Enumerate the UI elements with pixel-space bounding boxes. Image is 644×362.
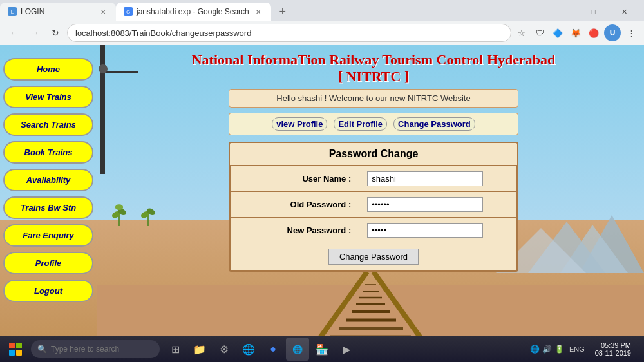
taskbar: 🔍 ⊞ 📁 ⚙ 🌐 ● 🌐 🏪 ▶ 🌐 🔊 🔋 ENG 05:39 PM 08-… (0, 336, 644, 362)
change-password-link[interactable]: Change Password (393, 117, 475, 131)
clock-date: 08-11-2019 (595, 349, 631, 357)
close-button[interactable]: ✕ (609, 3, 639, 21)
new-password-input-cell (359, 218, 517, 243)
volume-icon[interactable]: 🔊 (542, 345, 552, 354)
battery-icon[interactable]: 🔋 (554, 345, 564, 354)
reload-button[interactable]: ↻ (46, 24, 64, 42)
nav-bar: ← → ↻ ☆ 🛡 🔷 🦊 🔴 U ⋮ (0, 21, 644, 45)
old-password-input-cell (359, 192, 517, 218)
site-title: National InformaTion Railway Tourism Con… (192, 52, 556, 85)
back-button[interactable]: ← (5, 24, 23, 42)
windows-logo (9, 343, 22, 356)
taskbar-media[interactable]: ▶ (335, 338, 358, 361)
tab-close-google[interactable]: ✕ (253, 6, 263, 17)
sidebar-item-search-trains[interactable]: Search Trains (3, 113, 93, 136)
sidebar-item-availability[interactable]: Availability (3, 169, 93, 191)
form-table: User Name : Old Password : New Password … (230, 166, 517, 271)
sidebar-item-profile[interactable]: Profile (3, 252, 93, 274)
main-content: National InformaTion Railway Tourism Con… (103, 45, 644, 362)
taskbar-right: 🌐 🔊 🔋 ENG 05:39 PM 08-11-2019 (530, 341, 641, 357)
tab-label-google: janshatabdi exp - Google Search (137, 7, 249, 16)
maximize-button[interactable]: □ (578, 3, 608, 21)
taskbar-clock[interactable]: 05:39 PM 08-11-2019 (590, 341, 636, 357)
tab-google[interactable]: G janshatabdi exp - Google Search ✕ (116, 3, 271, 21)
profile-icon[interactable]: U (604, 24, 621, 41)
form-title: Password Change (230, 143, 517, 166)
edit-profile-link[interactable]: Edit Profile (334, 117, 387, 131)
new-password-input[interactable] (367, 223, 483, 238)
old-password-label: Old Password : (231, 192, 359, 218)
new-tab-button[interactable]: + (274, 3, 292, 21)
win-logo-yellow (16, 350, 22, 356)
username-row: User Name : (231, 166, 517, 192)
submit-button[interactable]: Change Password (328, 249, 419, 265)
page-content: Home View Trains Search Trains Book Trai… (0, 45, 644, 362)
network-icon[interactable]: 🌐 (530, 345, 540, 354)
action-bar: view Profile Edit Profile Change Passwor… (229, 113, 518, 135)
win-logo-red (9, 343, 15, 348)
welcome-text: Hello shashi ! Welcome to our new NITRTC… (276, 93, 470, 103)
taskbar-sys-icons: 🌐 🔊 🔋 ENG (530, 345, 587, 354)
tab-login[interactable]: L LOGIN ✕ (0, 3, 116, 21)
language-label: ENG (569, 345, 585, 353)
address-bar[interactable] (67, 24, 511, 42)
tab-label-login: LOGIN (21, 7, 44, 16)
tab-close-login[interactable]: ✕ (98, 6, 108, 17)
tab-bar: L LOGIN ✕ G janshatabdi exp - Google Sea… (0, 0, 644, 21)
browser-chrome: L LOGIN ✕ G janshatabdi exp - Google Sea… (0, 0, 644, 45)
start-button[interactable] (3, 339, 28, 359)
search-icon: 🔍 (37, 345, 47, 354)
username-input-cell (359, 166, 517, 192)
clock-time: 05:39 PM (601, 341, 631, 349)
minimize-button[interactable]: ─ (547, 3, 577, 21)
old-password-row: Old Password : (231, 192, 517, 218)
sidebar-item-fare-enquiry[interactable]: Fare Enquiry (3, 224, 93, 247)
welcome-bar: Hello shashi ! Welcome to our new NITRTC… (229, 89, 518, 108)
extension-icon2[interactable]: 🦊 (568, 25, 583, 41)
view-profile-link[interactable]: view Profile (272, 117, 327, 131)
taskbar-edge[interactable]: 🌐 (237, 338, 260, 361)
taskbar-store[interactable]: 🏪 (310, 338, 334, 361)
taskbar-search-input[interactable] (51, 345, 153, 354)
sidebar: Home View Trains Search Trains Book Trai… (0, 45, 103, 362)
taskbar-search[interactable]: 🔍 (31, 340, 160, 358)
username-label: User Name : (231, 166, 359, 192)
sidebar-item-home[interactable]: Home (3, 58, 93, 81)
site-title-line1: National InformaTion Railway Tourism Con… (192, 52, 556, 68)
extension-icon3[interactable]: 🔴 (586, 25, 601, 41)
new-password-row: New Password : (231, 218, 517, 243)
extension-icon1[interactable]: 🔷 (550, 25, 565, 41)
win-logo-green (16, 343, 22, 348)
taskbar-chrome[interactable]: ● (261, 338, 285, 361)
taskbar-file-explorer[interactable]: 📁 (188, 338, 211, 361)
sidebar-item-trains-bw-stn[interactable]: Trains Bw Stn (3, 196, 93, 219)
sidebar-item-view-trains[interactable]: View Trains (3, 86, 93, 108)
submit-row: Change Password (231, 243, 517, 271)
password-change-form: Password Change User Name : Old Password… (229, 142, 518, 272)
site-title-line2: [ NITRTC ] (192, 68, 556, 85)
menu-icon[interactable]: ⋮ (623, 25, 639, 41)
old-password-input[interactable] (367, 197, 483, 212)
nav-icons: ☆ 🛡 🔷 🦊 🔴 U ⋮ (514, 24, 639, 41)
taskbar-icons: ⊞ 📁 ⚙ 🌐 ● 🌐 🏪 ▶ (164, 338, 358, 361)
tab-favicon-login: L (8, 7, 17, 16)
submit-cell: Change Password (231, 243, 517, 271)
sidebar-item-book-trains[interactable]: Book Trains (3, 141, 93, 164)
win-logo-blue (9, 350, 15, 356)
window-controls: ─ □ ✕ (547, 3, 644, 21)
tab-favicon-google: G (124, 7, 133, 16)
new-password-label: New Password : (231, 218, 359, 243)
username-input[interactable] (367, 171, 483, 186)
taskbar-settings[interactable]: ⚙ (213, 338, 236, 361)
security-icon[interactable]: 🛡 (532, 25, 547, 41)
bookmark-icon[interactable]: ☆ (514, 25, 529, 41)
forward-button[interactable]: → (26, 24, 44, 42)
taskbar-task-view[interactable]: ⊞ (164, 338, 187, 361)
sidebar-item-logout[interactable]: Logout (3, 280, 93, 302)
taskbar-browser-active[interactable]: 🌐 (286, 338, 309, 361)
